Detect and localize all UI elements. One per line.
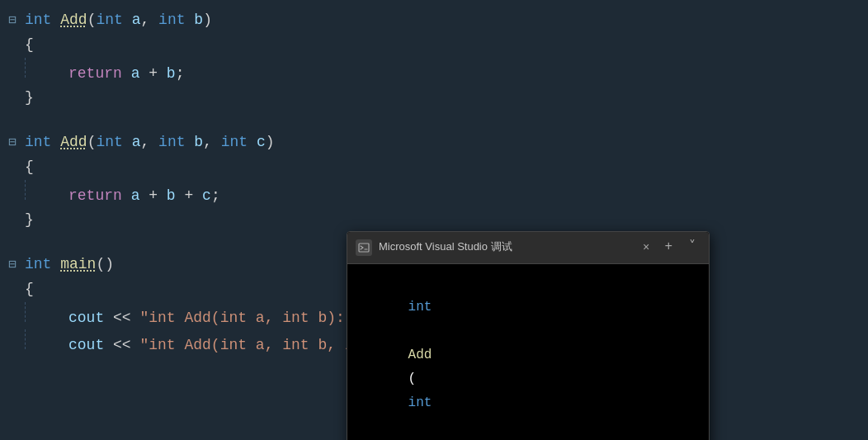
keyword-int: int bbox=[25, 130, 51, 154]
debug-popup: Microsoft Visual Studio 调试 × + ˅ int Add… bbox=[347, 231, 710, 440]
function-name: main bbox=[60, 253, 96, 277]
code-line: { bbox=[0, 33, 868, 58]
fold-icon[interactable]: ⊟ bbox=[8, 11, 21, 32]
popup-add-button[interactable]: + bbox=[659, 237, 677, 258]
keyword-int: int bbox=[25, 253, 51, 277]
code-line: return a + b + c ; bbox=[0, 180, 868, 208]
code-line: { bbox=[0, 155, 868, 180]
svg-rect-0 bbox=[359, 244, 369, 252]
code-line: ⊟ int Add ( int a , int b ) bbox=[0, 8, 868, 33]
popup-body: int Add ( int a , int b ): 5 int Add ( i… bbox=[347, 264, 709, 440]
fold-icon[interactable]: ⊟ bbox=[8, 255, 21, 277]
terminal-icon bbox=[356, 239, 372, 256]
function-name: Add bbox=[60, 8, 87, 32]
popup-title: Microsoft Visual Studio 调试 bbox=[379, 239, 633, 256]
code-line: return a + b ; bbox=[0, 58, 868, 86]
fold-icon[interactable]: ⊟ bbox=[8, 133, 21, 154]
popup-close-button[interactable]: × bbox=[639, 239, 653, 257]
popup-output-line-1: int Add ( int a , int b ): 5 bbox=[361, 272, 696, 440]
popup-header: Microsoft Visual Studio 调试 × + ˅ bbox=[347, 232, 709, 264]
empty-line bbox=[0, 111, 868, 130]
code-line: } bbox=[0, 86, 868, 111]
popup-chevron-button[interactable]: ˅ bbox=[684, 237, 701, 258]
code-line: } bbox=[0, 208, 868, 233]
function-name: Add bbox=[60, 130, 87, 154]
code-line: ⊟ int Add ( int a , int b , int c ) bbox=[0, 130, 868, 155]
keyword-int: int bbox=[25, 8, 51, 32]
